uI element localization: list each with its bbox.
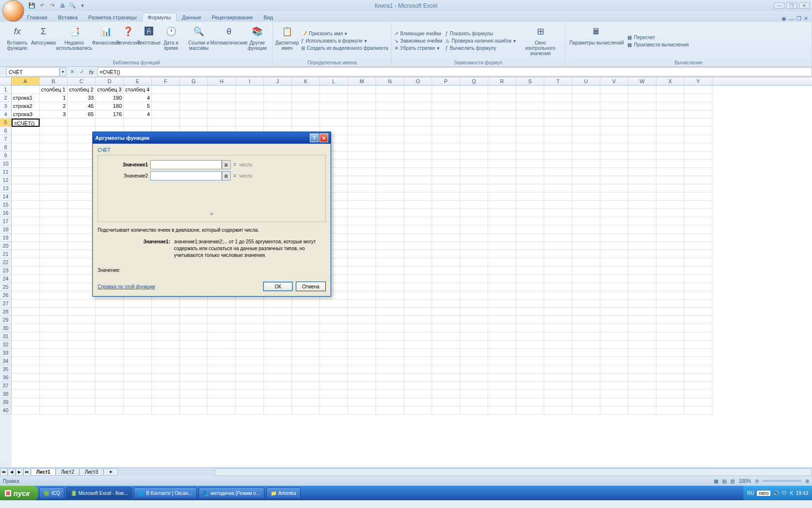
calc-sheet-button[interactable]: ▦ Произвести вычисления [626,42,689,48]
cell[interactable] [432,316,460,324]
taskbar-item[interactable]: 📘 методичка [Режим о... [199,487,264,499]
arg1-input[interactable] [150,160,222,169]
cell[interactable] [292,110,320,119]
cell[interactable] [600,86,628,94]
cell[interactable] [348,258,376,267]
cell[interactable] [152,357,180,365]
cell[interactable] [12,86,40,94]
cell[interactable] [40,398,68,406]
cell[interactable]: строка2 [12,102,40,110]
zoom-in-button[interactable]: ⊕ [805,478,809,484]
cell[interactable] [656,225,684,234]
zoom-level[interactable]: 100% [739,478,751,484]
cell[interactable] [488,324,516,332]
cell[interactable] [404,184,432,193]
ribbon-restore-button[interactable]: ❐ [797,15,801,22]
cell[interactable] [432,390,460,398]
cell[interactable] [124,398,152,406]
cell[interactable] [40,135,68,143]
cell[interactable] [376,374,404,382]
cell[interactable] [460,119,488,127]
sheet-tab-1[interactable]: Лист1 [31,468,56,476]
cell[interactable] [348,135,376,143]
cell[interactable] [600,119,628,127]
cell[interactable] [516,242,544,250]
help-icon[interactable]: ◉ [782,15,786,22]
cell[interactable] [628,127,656,135]
cell[interactable] [544,127,572,135]
cell[interactable] [376,184,404,193]
nero-icon[interactable]: nero [757,491,770,496]
cell[interactable] [348,234,376,242]
cell[interactable] [600,184,628,193]
cell[interactable] [488,382,516,390]
cell[interactable] [404,291,432,299]
cell[interactable] [404,382,432,390]
cell[interactable] [180,102,208,110]
cell[interactable] [180,308,208,316]
cell[interactable] [684,209,712,217]
cell[interactable] [432,184,460,193]
cell[interactable] [152,324,180,332]
column-header[interactable]: U [572,77,600,85]
cell[interactable] [432,332,460,341]
cell[interactable] [432,127,460,135]
cell[interactable] [12,382,40,390]
cell[interactable] [572,127,600,135]
cell[interactable] [684,94,712,102]
cell[interactable] [96,374,124,382]
cell[interactable] [40,176,68,184]
cell[interactable] [320,102,348,110]
cell[interactable] [320,382,348,390]
print-icon[interactable]: 🖶 [58,1,67,10]
cell[interactable] [180,332,208,341]
cell[interactable] [96,299,124,308]
cell[interactable] [236,110,264,119]
cell[interactable] [12,143,40,151]
cell[interactable] [96,398,124,406]
cell[interactable] [684,332,712,341]
watch-window-button[interactable]: ⊞Окно контрольного значения [518,23,563,59]
cell[interactable] [656,365,684,374]
cell[interactable] [460,382,488,390]
cell[interactable] [264,110,292,119]
cell[interactable] [600,341,628,349]
cell[interactable] [348,291,376,299]
taskbar-item[interactable]: 📁 Artemka [266,487,301,499]
cell[interactable] [544,341,572,349]
cell[interactable] [152,382,180,390]
cell[interactable] [432,102,460,110]
cell[interactable] [544,250,572,258]
cell[interactable] [376,406,404,415]
cell[interactable] [376,94,404,102]
cell[interactable] [656,160,684,168]
cell[interactable] [12,168,40,176]
row-header[interactable]: 21 [0,250,12,258]
column-header[interactable]: P [432,77,460,85]
clock[interactable]: 19:43 [796,491,808,496]
cell[interactable] [96,382,124,390]
cell[interactable] [516,94,544,102]
cell[interactable] [404,267,432,275]
cell[interactable] [404,341,432,349]
cell[interactable] [376,365,404,374]
math-button[interactable]: θМатематические [215,23,243,59]
sheet-prev-button[interactable]: ◀ [8,468,15,476]
column-header[interactable]: S [516,77,544,85]
cell[interactable] [432,308,460,316]
cell[interactable]: 33 [68,94,96,102]
cell[interactable] [208,102,236,110]
cell[interactable] [404,160,432,168]
cell[interactable] [348,299,376,308]
row-header[interactable]: 19 [0,234,12,242]
cell[interactable] [516,275,544,283]
cell[interactable] [600,299,628,308]
name-manager-button[interactable]: 📋Диспетчер имен [275,23,299,59]
error-check-button[interactable]: ⚠ Проверка наличия ошибок ▾ [444,38,517,44]
cell[interactable] [348,86,376,94]
cell[interactable] [516,332,544,341]
cell[interactable] [96,332,124,341]
cell[interactable] [460,299,488,308]
cell[interactable] [404,250,432,258]
cell[interactable] [236,94,264,102]
